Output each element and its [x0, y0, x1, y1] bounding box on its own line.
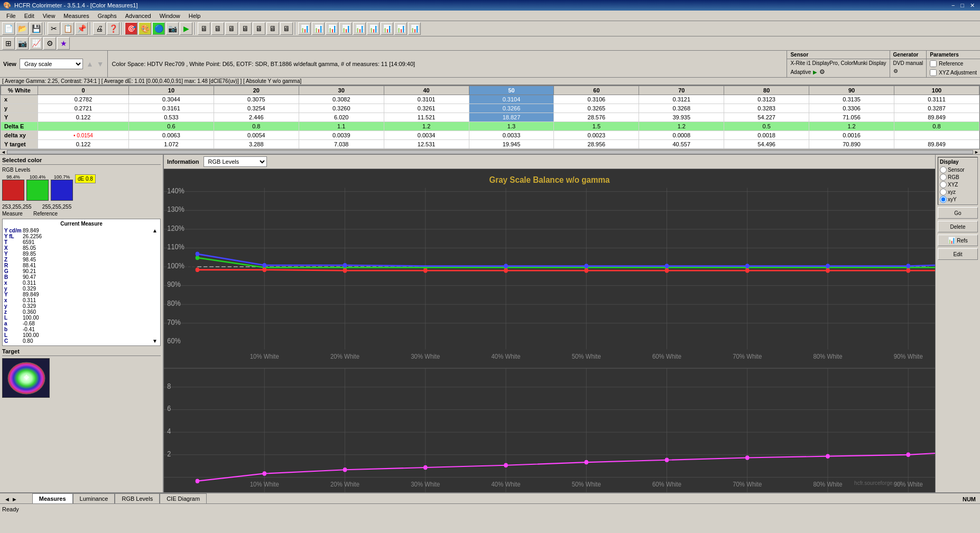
cm-val-y2: 0.329: [23, 303, 152, 309]
cell-dxy-20: 0.0054: [214, 131, 299, 140]
rgb-radio-label[interactable]: RGB: [940, 174, 976, 181]
menu-help[interactable]: Help: [184, 12, 205, 20]
menu-view[interactable]: View: [39, 12, 60, 20]
play-button[interactable]: ▶: [180, 22, 192, 35]
cm-row-YfL: Y fL26.2256: [4, 233, 159, 239]
print-button[interactable]: 🖨: [93, 22, 106, 35]
reference-checkbox[interactable]: [930, 60, 937, 67]
cm-label-Ycdm: Y cd/m: [4, 228, 23, 233]
color4-button[interactable]: 📷: [166, 22, 179, 35]
rgb-radio[interactable]: [940, 174, 947, 181]
sensor-radio-label[interactable]: Sensor: [940, 166, 976, 173]
delete-button[interactable]: Delete: [938, 221, 978, 232]
display3-button[interactable]: 🖥: [225, 22, 238, 35]
camera-button[interactable]: 📷: [16, 37, 29, 50]
tab-scroll-left[interactable]: ◄: [4, 496, 10, 502]
cm-val-T: 6591: [23, 239, 152, 245]
menu-window[interactable]: Window: [155, 12, 184, 20]
xyz-radio[interactable]: [940, 181, 947, 188]
paste-button[interactable]: 📌: [75, 22, 88, 35]
de-badge: dE 0.8: [75, 174, 96, 183]
xyz-checkbox[interactable]: [930, 69, 937, 76]
cell-yt-20: 3.288: [214, 140, 299, 149]
star-button[interactable]: ★: [57, 37, 70, 50]
tool6-button[interactable]: 📊: [367, 22, 380, 35]
display5-button[interactable]: 🖥: [253, 22, 265, 35]
view-arrow-up[interactable]: ▲: [86, 60, 94, 68]
menu-measures[interactable]: Measures: [59, 12, 93, 20]
sensor-radio[interactable]: [940, 166, 947, 173]
row-label-y: y: [1, 104, 38, 113]
copy-button[interactable]: 📋: [61, 22, 74, 35]
cell-Y-30: 6.020: [299, 113, 384, 122]
generator-icon[interactable]: ⚙: [890, 67, 927, 75]
cm-val-b: -0.41: [23, 326, 152, 332]
tab-bar: ◄ ► Measures Luminance RGB Levels CIE Di…: [0, 493, 207, 503]
sensor-config-icon[interactable]: ⚙: [819, 68, 825, 76]
tab-cie-diagram[interactable]: CIE Diagram: [160, 493, 207, 503]
tool1-button[interactable]: 📊: [298, 22, 311, 35]
sensor-play-icon[interactable]: ▶: [813, 69, 817, 75]
open-button[interactable]: 📂: [16, 22, 29, 35]
cell-de-10: 0.6: [129, 122, 214, 131]
scroll-left-btn[interactable]: ◄: [0, 149, 7, 155]
table-scrollbar[interactable]: ◄ ►: [0, 149, 980, 155]
tool8-button[interactable]: 📊: [394, 22, 407, 35]
view-arrow-down[interactable]: ▼: [97, 60, 104, 68]
view-dropdown[interactable]: Gray scale Color Saturation: [20, 59, 83, 69]
refs-button[interactable]: 📊 Refs: [938, 235, 978, 246]
display4-button[interactable]: 🖥: [239, 22, 252, 35]
tool9-button[interactable]: 📊: [408, 22, 421, 35]
grid-button[interactable]: ⊞: [2, 37, 15, 50]
tab-rgb-levels[interactable]: RGB Levels: [115, 493, 160, 503]
menu-file[interactable]: File: [2, 12, 20, 20]
tool3-button[interactable]: 📊: [326, 22, 338, 35]
tool5-button[interactable]: 📊: [353, 22, 366, 35]
row-label-deltaxy: delta xy: [1, 131, 38, 140]
reference-value: 255,255,255: [42, 204, 72, 210]
display7-button[interactable]: 🖥: [280, 22, 293, 35]
tool7-button[interactable]: 📊: [381, 22, 393, 35]
menu-edit[interactable]: Edit: [20, 12, 39, 20]
cell-x-60: 0.3106: [554, 95, 639, 104]
cell-de-30: 1.1: [299, 122, 384, 131]
tab-scroll-right[interactable]: ►: [12, 496, 17, 502]
cell-y-70: 0.3268: [639, 104, 724, 113]
config-button[interactable]: ⚙: [43, 37, 56, 50]
cell-Y-100: 89.849: [894, 113, 979, 122]
display1-button[interactable]: 🖥: [198, 22, 210, 35]
edit-button[interactable]: Edit: [938, 248, 978, 260]
xyz-radio-label[interactable]: XYZ: [940, 181, 976, 188]
xyy-radio-label[interactable]: xyY: [940, 196, 976, 203]
display6-button[interactable]: 🖥: [266, 22, 279, 35]
tool2-button[interactable]: 📊: [312, 22, 325, 35]
color3-button[interactable]: 🔵: [152, 22, 165, 35]
color1-button[interactable]: 🎯: [125, 22, 137, 35]
minimize-button[interactable]: −: [949, 2, 957, 9]
tab-measures[interactable]: Measures: [32, 493, 73, 503]
xyz-lower-radio-label[interactable]: xyz: [940, 189, 976, 195]
xyy-radio[interactable]: [940, 196, 947, 203]
maximize-button[interactable]: □: [958, 2, 966, 9]
color2-button[interactable]: 🎨: [138, 22, 151, 35]
display2-button[interactable]: 🖥: [211, 22, 224, 35]
cm-scroll-up[interactable]: ▲: [152, 228, 159, 233]
close-button[interactable]: ✕: [968, 2, 977, 9]
data-table: % White 0 10 20 30 40 50 60 70 80 90 100…: [1, 86, 979, 149]
chart-button[interactable]: 📈: [30, 37, 42, 50]
tool4-button[interactable]: 📊: [339, 22, 352, 35]
help-button[interactable]: ❓: [107, 22, 119, 35]
chart-type-dropdown[interactable]: RGB Levels Luminance CIE Diagram: [204, 156, 267, 167]
tab-luminance[interactable]: Luminance: [73, 493, 115, 503]
new-button[interactable]: 📄: [2, 22, 15, 35]
menu-advanced[interactable]: Advanced: [121, 12, 155, 20]
xyz-lower-radio[interactable]: [940, 189, 947, 195]
menu-graphs[interactable]: Graphs: [94, 12, 121, 20]
cut-button[interactable]: ✂: [48, 22, 60, 35]
go-button[interactable]: Go: [938, 207, 978, 219]
save-button[interactable]: 💾: [30, 22, 42, 35]
cm-scroll-down[interactable]: ▼: [152, 338, 159, 344]
title-bar-controls: − □ ✕: [949, 2, 977, 9]
scroll-right-btn[interactable]: ►: [973, 149, 980, 155]
scroll-track[interactable]: [7, 150, 973, 154]
